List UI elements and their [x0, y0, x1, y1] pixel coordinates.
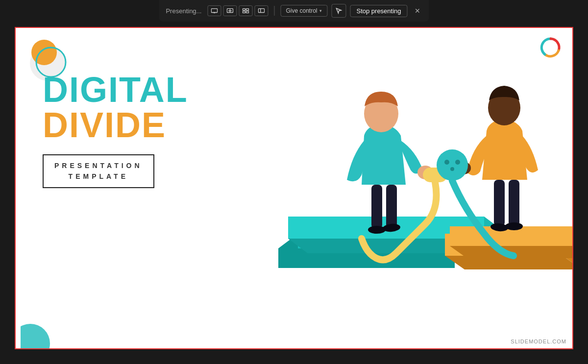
svg-rect-8 [243, 11, 245, 13]
slide-container: DIGITAL DIVIDE PRESENTATION TEMPLATE [15, 27, 573, 349]
svg-rect-7 [246, 9, 248, 11]
svg-point-19 [368, 226, 386, 234]
svg-point-15 [21, 324, 50, 349]
svg-point-35 [450, 167, 454, 171]
watermark: SLIDEMODEL.COM [511, 339, 566, 344]
svg-rect-0 [211, 9, 217, 13]
toolbar-icons-group [207, 5, 268, 16]
give-control-button[interactable]: Give control ▾ [280, 5, 327, 17]
title-line2: DIVIDE [43, 107, 248, 143]
svg-point-13 [31, 40, 57, 65]
subtitle-line1: PRESENTATION [54, 162, 143, 170]
grid-view-icon[interactable] [239, 5, 252, 16]
give-control-label: Give control [286, 7, 317, 14]
svg-point-34 [455, 160, 460, 165]
pointer-icon-button[interactable] [331, 4, 346, 18]
svg-rect-9 [246, 11, 248, 13]
close-toolbar-button[interactable]: ✕ [413, 6, 422, 16]
screen-share-icon[interactable] [207, 5, 221, 16]
chevron-down-icon: ▾ [319, 8, 322, 13]
svg-point-33 [444, 160, 449, 165]
stop-presenting-button[interactable]: Stop presenting [350, 5, 407, 17]
svg-rect-17 [371, 185, 382, 229]
svg-point-29 [505, 222, 523, 230]
svg-rect-27 [509, 180, 519, 226]
svg-rect-18 [386, 185, 397, 229]
slide-text-area: DIGITAL DIVIDE PRESENTATION TEMPLATE [43, 72, 248, 188]
orange-platform [445, 226, 572, 269]
presentation-toolbar: Presenting... Give control ▾ [159, 0, 429, 22]
svg-rect-6 [243, 9, 245, 11]
zoom-icon[interactable] [223, 5, 237, 16]
svg-point-32 [437, 149, 468, 181]
toolbar-divider [274, 6, 274, 16]
layout-icon[interactable] [254, 5, 268, 16]
svg-point-16 [550, 38, 552, 40]
stop-presenting-label: Stop presenting [356, 7, 401, 15]
svg-rect-26 [494, 180, 505, 226]
subtitle-line2: TEMPLATE [69, 172, 128, 180]
subtitle-text: PRESENTATION TEMPLATE [54, 160, 143, 182]
title-line1: DIGITAL [43, 72, 248, 107]
main-illustration [239, 43, 572, 327]
svg-rect-10 [258, 9, 264, 13]
bottom-left-decoration [21, 314, 60, 349]
slide-inner: DIGITAL DIVIDE PRESENTATION TEMPLATE [16, 28, 572, 348]
presenting-status: Presenting... [166, 7, 201, 15]
subtitle-box: PRESENTATION TEMPLATE [43, 154, 154, 188]
